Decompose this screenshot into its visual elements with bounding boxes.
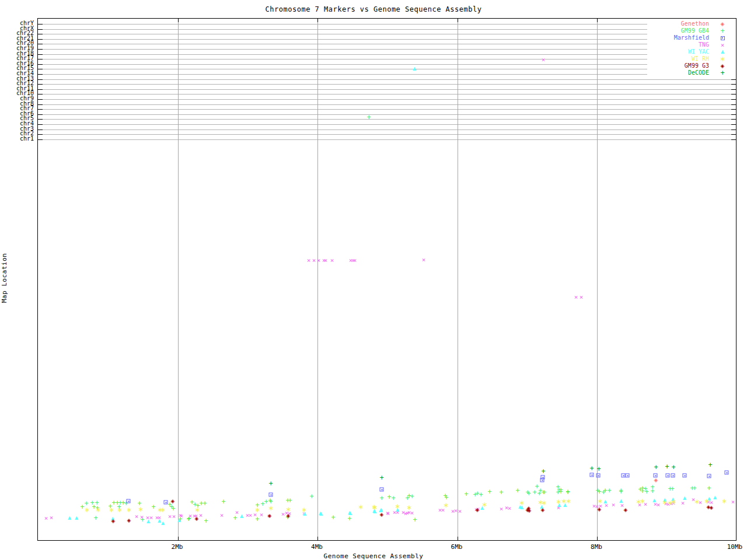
left-tick — [38, 99, 43, 100]
data-point-tng: × — [580, 294, 584, 300]
data-point-gm99-gb4: + — [619, 488, 623, 495]
chromosome-gridline — [38, 79, 736, 80]
legend-symbol-cell: × — [709, 42, 736, 48]
chromosome-gridline — [38, 124, 736, 125]
legend-label: GM99 G3 — [647, 63, 709, 69]
data-point-wi-rh: ∗ — [138, 506, 144, 513]
data-point-wi-yac: ▲ — [520, 505, 523, 510]
data-point-gm99-g3: ◈ — [287, 513, 291, 519]
legend-label: Genethon — [647, 21, 709, 27]
legend-symbol-cell: + — [709, 69, 736, 76]
data-point-tng: × — [612, 502, 616, 508]
data-point-tng: × — [620, 502, 624, 509]
data-point-marshfield — [707, 474, 711, 478]
data-point-gm99-gb4: + — [443, 492, 447, 499]
data-point-tng: × — [692, 496, 696, 503]
chart-title: Chromosome 7 Markers vs Genome Sequence … — [0, 5, 747, 13]
data-point-decode: + — [708, 461, 712, 468]
data-point-gm99-gb4: + — [169, 503, 173, 510]
data-point-wi-yac: ▲ — [303, 512, 306, 516]
legend-symbol-cell: ◈ — [709, 22, 736, 27]
data-point-tng: × — [158, 514, 162, 521]
data-point-gm99-g3: ◈ — [541, 508, 545, 513]
left-tick — [38, 114, 43, 115]
data-point-wi-rh: ∗ — [395, 503, 400, 510]
data-point-wi-rh: ∗ — [84, 506, 90, 513]
data-point-tng: × — [180, 513, 184, 519]
data-point-wi-yac: ▲ — [319, 512, 323, 516]
data-point-tng: × — [451, 508, 455, 514]
data-point-gm99-gb4: + — [117, 503, 121, 510]
right-tick — [731, 104, 736, 105]
data-point-tng: × — [657, 502, 661, 508]
chromosome-gridline — [38, 69, 736, 69]
data-point-tng: × — [149, 514, 153, 521]
left-tick — [38, 79, 43, 80]
data-point-wi-rh: ∗ — [556, 498, 561, 505]
data-point-wi-yac: ▲ — [652, 498, 656, 503]
data-point-wi-rh: ∗ — [443, 502, 449, 509]
data-point-tng: × — [672, 500, 676, 506]
data-point-gm99-gb4: + — [601, 489, 605, 496]
legend-item-marshfield: Marshfield — [647, 35, 736, 41]
chromosome-gridline — [38, 109, 736, 110]
data-point-tng: × — [44, 515, 48, 522]
data-point-tng: × — [666, 501, 671, 508]
data-point-tng: × — [681, 500, 685, 506]
data-point-gm99-gb4: + — [532, 489, 536, 496]
data-point-decode: + — [589, 465, 594, 472]
data-point-gm99-gb4: + — [204, 517, 208, 524]
data-point-wi-rh: ∗ — [157, 506, 163, 513]
data-point-tng: × — [574, 294, 578, 300]
data-point-gm99-g3: ◈ — [528, 508, 532, 513]
x-tick-label: 8Mb — [591, 543, 602, 551]
data-point-tng: × — [260, 512, 264, 518]
data-point-gm99-gb4: + — [558, 487, 563, 494]
mb-gridline — [317, 19, 318, 540]
left-tick — [38, 59, 43, 60]
top-tick — [458, 19, 458, 22]
data-point-gm99-gb4: + — [668, 485, 672, 492]
data-point-gm99-g3: ◈ — [111, 519, 116, 524]
plot-area: Genethon◈GM99 GB4+MarshfieldTNG×WI YAC▲W… — [37, 18, 736, 541]
left-tick — [38, 29, 43, 30]
bottom-tick — [178, 537, 179, 540]
data-point-decode: + — [654, 464, 658, 471]
data-point-gm99-gb4: + — [171, 505, 175, 512]
data-point-wi-rh: ∗ — [371, 503, 377, 510]
data-point-gm99-gb4: + — [607, 487, 611, 494]
data-point-tng: × — [664, 501, 668, 507]
data-point-tng: × — [407, 509, 411, 516]
data-point-marshfield — [654, 474, 658, 478]
data-point-tng: × — [638, 502, 642, 508]
data-point-tng: × — [235, 509, 239, 516]
data-point-tng: × — [669, 501, 673, 507]
chromosome-gridline — [38, 34, 736, 34]
data-point-tng: × — [410, 510, 414, 516]
chromosome-gridline — [38, 114, 736, 115]
data-point-wi-yac: ▲ — [480, 506, 484, 510]
data-point-gm99-gb4: + — [95, 505, 99, 512]
triangle-icon: ▲ — [721, 50, 724, 54]
data-point-gm99-gb4: + — [603, 487, 607, 494]
x-tick-label: 4Mb — [311, 543, 323, 551]
chromosome-gridline — [38, 74, 736, 75]
data-point-tng: × — [179, 512, 183, 519]
chromosome-gridline — [38, 84, 736, 85]
data-point-wi-rh: ∗ — [662, 499, 668, 506]
data-point-gm99-g3: ◈ — [268, 513, 272, 519]
data-point-tng: × — [140, 514, 144, 520]
data-point-gm99-gb4: + — [121, 499, 125, 506]
data-point-gm99-gb4: + — [84, 500, 88, 507]
data-point-tng: × — [386, 510, 390, 516]
data-point-tng: × — [386, 510, 390, 517]
data-point-gm99-gb4: + — [193, 501, 197, 508]
legend-symbol-cell — [709, 36, 736, 40]
data-point-genethon: ◈ — [654, 478, 658, 483]
data-point-gm99-gb4: + — [538, 487, 542, 494]
data-point-gm99-gb4: + — [140, 516, 144, 523]
right-tick — [731, 99, 736, 100]
data-point-marshfield — [626, 474, 630, 478]
data-point-gm99-gb4: + — [111, 499, 116, 506]
data-point-tng: × — [253, 512, 257, 518]
